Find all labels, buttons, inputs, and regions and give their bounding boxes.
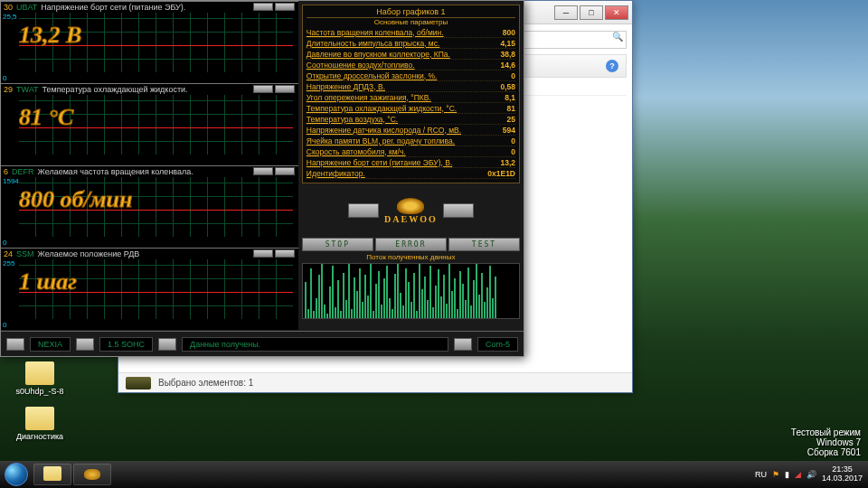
gauge-btn[interactable] xyxy=(275,3,295,11)
gauge-btn[interactable] xyxy=(253,85,273,93)
param-row: Частота вращения коленвала, об/мин.800 xyxy=(307,27,515,38)
windows-watermark: Тестовый режим Windows 7 Сборка 7601 xyxy=(791,427,861,457)
next-button[interactable] xyxy=(443,203,474,218)
folder-icon xyxy=(43,466,61,481)
lang-indicator[interactable]: RU xyxy=(755,470,767,479)
param-row: Напряжение датчика кислорода / RCO, мВ.5… xyxy=(307,125,515,136)
error-button[interactable]: ERROR xyxy=(375,238,447,251)
param-row: Соотношение воздух/топливо.14,6 xyxy=(307,60,515,70)
param-row: Длительность импульса впрыска, мс.4,15 xyxy=(307,38,515,49)
gauge-UBAT: 30 UBAT Напряжение борт сети (питание ЭБ… xyxy=(1,1,298,83)
gauge-btn[interactable] xyxy=(275,249,295,258)
prev-button[interactable] xyxy=(348,203,379,218)
daewoo-icon xyxy=(84,469,100,480)
daewoo-logo: DAEWOO xyxy=(384,198,438,224)
gauge-btn[interactable] xyxy=(253,249,273,258)
gauge-DEFR: 6 DEFR Желаемая частота вращения коленва… xyxy=(1,165,298,248)
gauge-btn[interactable] xyxy=(275,85,295,93)
param-row: Открытие дроссельной заслонки, %.0 xyxy=(307,70,515,81)
engine-field: 1.5 SOHC xyxy=(99,337,153,352)
parameter-panel: Набор графиков 1 Основные параметры Част… xyxy=(302,5,520,183)
panel-subtitle: Основные параметры xyxy=(307,18,515,26)
param-row: Давление во впускном коллекторе, КПа.38,… xyxy=(307,49,515,60)
test-button[interactable]: TEST xyxy=(448,238,520,251)
status-msg: Данные получены. xyxy=(182,337,448,352)
sb-btn-2[interactable] xyxy=(76,338,94,351)
minimize-button[interactable]: ─ xyxy=(554,5,578,20)
stream-label: Поток полученных данных xyxy=(302,253,520,261)
gauge-SSM: 24 SSM Желаемое положение РДВ 2550 1 шаг xyxy=(1,248,298,330)
folder-icon xyxy=(25,407,54,430)
volume-icon[interactable]: 🔊 xyxy=(807,470,816,479)
taskbar[interactable]: RU ⚑ ▮ ◢ 🔊 21:35 14.03.2017 xyxy=(0,461,868,488)
sb-btn-1[interactable] xyxy=(6,338,24,351)
param-row: Ячейка памяти BLM, рег. подачу топлива.0 xyxy=(307,136,515,146)
close-button[interactable]: ✕ xyxy=(605,5,628,20)
selection-thumb xyxy=(126,377,151,389)
sb-btn-3[interactable] xyxy=(158,338,176,351)
model-field: NEXIA xyxy=(30,337,71,352)
param-row: Угол опережения зажигания, °ПКВ.8,1 xyxy=(307,92,515,103)
clock[interactable]: 21:35 14.03.2017 xyxy=(822,465,863,483)
sb-btn-4[interactable] xyxy=(454,338,472,351)
maximize-button[interactable]: □ xyxy=(580,5,603,20)
windows-orb-icon xyxy=(5,463,28,486)
gauge-btn[interactable] xyxy=(275,167,295,175)
desktop-icon-2[interactable]: Диагностика xyxy=(13,407,67,441)
battery-icon[interactable]: ▮ xyxy=(785,470,789,479)
stop-button[interactable]: STOP xyxy=(302,238,373,251)
param-row: Температура воздуха, °C.25 xyxy=(307,114,515,125)
folder-icon xyxy=(25,361,54,385)
start-button[interactable] xyxy=(0,461,33,488)
help-icon[interactable]: ? xyxy=(606,60,618,72)
param-row: Напряжение борт сети (питание ЭБУ), В.13… xyxy=(307,157,515,168)
gauge-btn[interactable] xyxy=(253,3,273,11)
param-row: Температура охлаждающей жидкости, °C.81 xyxy=(307,103,515,114)
desktop-icon-1[interactable]: s0Uhdp_-S-8 xyxy=(13,361,67,396)
gauge-btn[interactable] xyxy=(253,167,273,175)
gauge-TWAT: 29 TWAT Температура охлаждающей жидкости… xyxy=(1,83,298,165)
system-tray[interactable]: RU ⚑ ▮ ◢ 🔊 21:35 14.03.2017 xyxy=(755,465,868,483)
taskbar-item-diag[interactable] xyxy=(73,464,111,485)
port-field: Com-5 xyxy=(477,337,518,352)
network-icon[interactable]: ◢ xyxy=(795,470,801,479)
explorer-statusbar: Выбрано элементов: 1 xyxy=(118,372,632,392)
panel-title: Набор графиков 1 xyxy=(307,7,515,18)
data-stream xyxy=(302,263,520,319)
param-row: Скорость автомобиля, км/ч.0 xyxy=(307,146,515,157)
taskbar-item-explorer[interactable] xyxy=(33,464,71,485)
diag-statusbar: NEXIA 1.5 SOHC Данные получены. Com-5 xyxy=(1,331,524,356)
param-row: Идентификатор.0x1E1D xyxy=(307,168,515,179)
diagnostic-app[interactable]: 30 UBAT Напряжение борт сети (питание ЭБ… xyxy=(0,0,524,357)
action-center-icon[interactable]: ⚑ xyxy=(772,470,779,479)
param-row: Напряжение ДПДЗ, В.0,58 xyxy=(307,81,515,92)
